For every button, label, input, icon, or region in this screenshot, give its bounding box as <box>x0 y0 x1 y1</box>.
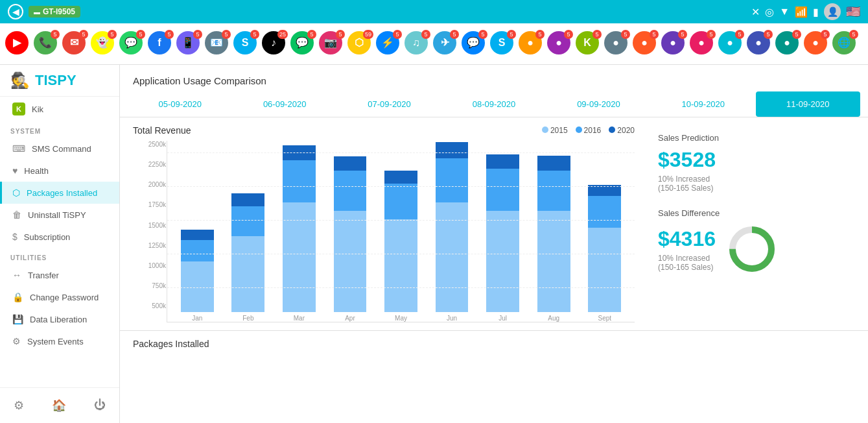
date-tab-10-09-2020[interactable]: 10-09-2020 <box>651 91 755 117</box>
sidebar-item-health[interactable]: ♥ Health <box>0 160 119 182</box>
app-icon-tiktok2[interactable]: ♫5 <box>405 31 430 57</box>
grid-line <box>167 287 635 288</box>
bar-segment <box>231 206 264 236</box>
app-icon-bumble[interactable]: ⬡59 <box>347 31 373 57</box>
app-icon-app3[interactable]: ●5 <box>604 31 630 57</box>
system-events-icon: ⚙ <box>12 336 21 346</box>
wifi-icon: ▼ <box>779 6 790 18</box>
sidebar-item-subscription[interactable]: $ Subscription <box>0 226 119 248</box>
app-icon-whatsapp[interactable]: 💬5 <box>119 31 145 57</box>
bar-segment <box>436 158 469 202</box>
power-bottom-icon[interactable]: ⏻ <box>89 393 111 418</box>
packages-heading: Packages Installed <box>133 339 855 349</box>
home-bottom-icon[interactable]: 🏠 <box>47 393 71 418</box>
bar-label: May <box>395 315 407 322</box>
sidebar-item-sms-command[interactable]: ⌨ SMS Command <box>0 138 119 160</box>
app-icon-instagram[interactable]: 📷5 <box>319 31 345 57</box>
app-icon-app6[interactable]: ●5 <box>690 31 716 57</box>
date-tab-06-09-2020[interactable]: 06-09-2020 <box>232 91 336 117</box>
top-bar: ◀ GT-I9505 ✕ ◎ ▼ 📶 ▮ 👤 🇺🇸 <box>0 0 868 23</box>
chart-section: Total Revenue 2015 2016 2020 2500k2250k2… <box>120 117 868 330</box>
bar-stack <box>225 143 272 312</box>
app-icon-viber[interactable]: 📱5 <box>176 31 202 57</box>
app-icon-messenger[interactable]: ⚡5 <box>376 31 402 57</box>
app-icon-gmail[interactable]: ✉5 <box>62 31 88 57</box>
sidebar-item-change-password[interactable]: 🔒 Change Password <box>0 286 119 308</box>
bar-segment <box>486 154 519 169</box>
sidebar-item-packages-installed[interactable]: ⬡ Packages Installed <box>0 182 119 204</box>
data-liberation-icon: 💾 <box>12 314 23 324</box>
app-icon-facebook[interactable]: f5 <box>148 31 174 57</box>
sales-prediction-label: Sales Prediction <box>658 133 845 143</box>
sidebar-item-transfer[interactable]: ↔ Transfer <box>0 264 119 286</box>
change-password-label: Change Password <box>30 293 99 302</box>
bar-group-Jan: Jan <box>174 143 221 322</box>
bar-chart: 2500k2250k2000k1750k1500k1250k1000k750k5… <box>167 141 635 322</box>
app-icon-youtube[interactable]: ▶ <box>5 31 31 57</box>
date-tab-11-09-2020[interactable]: 11-09-2020 <box>756 91 860 117</box>
uninstall-label: Uninstall TiSPY <box>28 210 86 220</box>
logo-icon: 🕵 <box>10 71 30 90</box>
sidebar-item-kik[interactable]: K Kik <box>0 97 119 121</box>
kik-icon: K <box>12 103 25 115</box>
app-icon-app1[interactable]: ●5 <box>519 31 545 57</box>
bar-segment <box>231 193 264 206</box>
app-icon-app7[interactable]: ●5 <box>718 31 744 57</box>
app-icon-kik[interactable]: K5 <box>576 31 602 57</box>
section-heading: Application Usage Comparison <box>120 65 868 91</box>
date-tab-07-09-2020[interactable]: 07-09-2020 <box>337 91 441 117</box>
app-icon-skype2[interactable]: S5 <box>490 31 516 57</box>
app-icon-email[interactable]: 📧5 <box>205 31 231 57</box>
app-icon-messenger2[interactable]: 💬5 <box>462 31 487 57</box>
uninstall-icon: 🗑 <box>12 210 21 220</box>
bar-chart-wrapper: 2500k2250k2000k1750k1500k1250k1000k750k5… <box>133 141 635 322</box>
app-icon-telegram[interactable]: ✈5 <box>433 31 459 57</box>
app-icon-app8[interactable]: ●5 <box>747 31 773 57</box>
bar-stack <box>377 143 425 312</box>
app-icon-app4[interactable]: ●5 <box>633 31 659 57</box>
date-tab-09-09-2020[interactable]: 09-09-2020 <box>546 91 651 117</box>
bar-segment <box>588 196 621 228</box>
bar-segment <box>436 202 469 312</box>
app-icon-skype[interactable]: S5 <box>233 31 259 57</box>
grid-line <box>167 186 635 187</box>
app-icon-tiktok[interactable]: ♪25 <box>262 31 288 57</box>
bar-label: Jul <box>499 315 507 322</box>
bar-group-Apr: Apr <box>327 143 374 322</box>
sales-prediction-sub1: 10% Increased <box>658 175 845 184</box>
sidebar-item-data-liberation[interactable]: 💾 Data Liberation <box>0 308 119 330</box>
app-icon-phone[interactable]: 📞5 <box>34 31 60 57</box>
app-icon-wechat[interactable]: 💬5 <box>290 31 316 57</box>
bar-group-Aug: Aug <box>530 143 578 322</box>
bar-segment <box>181 240 214 261</box>
bar-segments <box>436 142 469 312</box>
date-tab-08-09-2020[interactable]: 08-09-2020 <box>441 91 546 117</box>
bar-segment <box>181 230 214 240</box>
app-icon-app10[interactable]: ●5 <box>804 31 830 57</box>
date-tab-05-09-2020[interactable]: 05-09-2020 <box>128 91 232 117</box>
donut-chart <box>726 223 778 275</box>
flag-icon: 🇺🇸 <box>846 5 860 19</box>
app-icon-snapchat[interactable]: 👻5 <box>91 31 117 57</box>
sidebar-item-uninstall[interactable]: 🗑 Uninstall TiSPY <box>0 204 119 226</box>
legend-2016: 2016 <box>576 126 602 135</box>
difference-text: $4316 10% Increased (150-165 Sales) <box>658 227 716 272</box>
bar-group-Mar: Mar <box>276 143 323 322</box>
sidebar-item-system-events[interactable]: ⚙ System Events <box>0 330 119 352</box>
date-tabs: 05-09-202006-09-202007-09-202008-09-2020… <box>120 91 868 117</box>
settings-bottom-icon[interactable]: ⚙ <box>8 393 29 418</box>
app-icon-app11[interactable]: 🌐5 <box>832 31 858 57</box>
app-icon-app9[interactable]: ●5 <box>775 31 801 57</box>
chart-legend: 2015 2016 2020 <box>542 126 635 135</box>
legend-2020: 2020 <box>609 126 635 135</box>
y-axis-labels: 2500k2250k2000k1750k1500k1250k1000k750k5… <box>135 141 166 309</box>
sms-command-label: SMS Command <box>32 144 91 154</box>
bar-label: Feb <box>242 315 253 322</box>
app-icon-app2[interactable]: ●5 <box>547 31 573 57</box>
sales-difference-label: Sales Difference <box>658 208 845 218</box>
subscription-icon: $ <box>12 232 18 242</box>
bar-segment <box>537 156 570 171</box>
back-button[interactable]: ◀ <box>8 4 23 19</box>
app-icon-app5[interactable]: ●5 <box>661 31 687 57</box>
bluetooth-icon: ✕ <box>751 6 760 18</box>
